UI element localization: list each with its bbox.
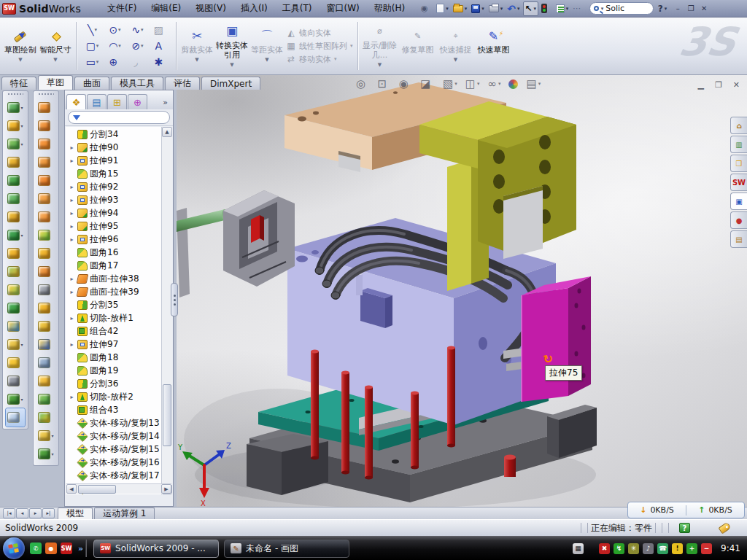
selection-box-icon[interactable]: ▨ ▾ [149,22,171,38]
network-warning-icon[interactable]: ! [672,543,683,554]
minimize-button[interactable]: – [671,3,684,14]
tree-item[interactable]: ▸ 圆角17 [66,259,160,272]
open-icon[interactable]: ▾ [452,1,469,16]
print-icon[interactable]: ▾ [487,1,505,16]
line-icon[interactable]: ╲ ▾ [81,22,104,38]
tab[interactable]: 草图 [38,75,73,90]
menu-item[interactable]: 窗口(W) [319,0,366,18]
net-speed-widget[interactable]: ↓0KB/S ↑0KB/S [627,502,745,518]
sketch-button[interactable]: 草图绘制 ▼ [3,20,38,72]
model-tab[interactable]: 模型 [58,508,93,519]
zoom-fit-icon[interactable]: ◎ ▾ [356,77,370,90]
tree-item[interactable]: ▸ 曲面-拉伸39 [66,285,160,298]
expand-arrow-icon[interactable]: ▸ [69,197,75,203]
tab[interactable]: DimXpert [201,77,260,90]
tree-item[interactable]: ▸ 切除-放样1 [66,311,160,324]
tree-item[interactable]: ▸ 实体-移动/复制15 [66,443,160,456]
convert-entities-button[interactable]: ▣ 转换实体引用 ▼ [214,20,249,72]
expand-arrow-icon[interactable]: ▸ [69,276,75,282]
tree-item[interactable]: ▸ 分割35 [66,298,160,311]
point-icon[interactable]: ✱ ▾ [149,54,171,70]
tool-icon[interactable]: ▾ [34,427,58,445]
tool-icon[interactable]: ▾ [3,262,28,281]
tool-icon[interactable]: ▾ [34,117,58,135]
tree-item[interactable]: ▸ 拉伸93 [66,193,160,206]
tab[interactable]: 特征 [1,77,36,90]
zoom-area-icon[interactable]: ⊡ ▾ [378,77,391,90]
tree-item[interactable]: ▸ 拉伸97 [66,338,160,351]
repair-sketch-button[interactable]: ✎ 修复草图 ▼ [399,20,437,72]
tool-icon[interactable]: ▾ [34,98,58,117]
scroll-up-icon[interactable]: ▲ [162,127,172,137]
certificate-icon[interactable]: ✳ [628,543,639,554]
doc-restore-button[interactable]: ❐ [715,80,722,90]
tool-icon[interactable]: ▾ [34,244,58,262]
tool-icon[interactable]: ▾ [3,299,28,317]
menu-item[interactable]: 编辑(E) [144,0,188,18]
panel-overflow-button[interactable]: » [159,98,171,109]
tree-item[interactable]: ▸ 分割34 [66,128,160,141]
move-entities-button[interactable]: ⇄ 移动实体 ▾ [286,54,353,65]
phone-icon[interactable]: ☎ [657,543,668,554]
tool-icon[interactable]: ▾ [34,299,58,317]
doc-minimize-button[interactable]: ▁ [697,80,703,90]
polygon-icon[interactable]: ⊕ ▾ [104,54,126,70]
hide-show-items-icon[interactable]: ∞ ▾ [487,77,500,90]
search-dropdown-icon[interactable]: ▾ [601,6,604,12]
tree-filter-input[interactable] [68,111,170,124]
circle-icon[interactable]: ⊙ ▾ [104,22,126,38]
expand-arrow-icon[interactable]: ▸ [69,184,75,190]
expand-arrow-icon[interactable]: ▸ [69,210,75,217]
tool-icon[interactable]: ▾ [3,117,28,135]
no-entry-icon[interactable]: − [701,543,712,554]
task-solidworks[interactable]: SW SolidWorks 2009 - ... [93,540,219,558]
pin-icon[interactable]: ◉ ▾ [419,1,433,16]
expand-arrow-icon[interactable]: ▸ [69,289,75,295]
arc-icon[interactable]: ◠ ▾ [104,38,126,54]
menu-item[interactable]: 帮助(H) [367,0,412,18]
scroll-right-icon[interactable]: ▶ [161,484,171,494]
tab[interactable]: 模具工具 [111,77,163,90]
linear-sketch-pattern-button[interactable]: ▦ 线性草图阵列 ▾ [286,41,353,52]
tool-icon[interactable]: ▾ [3,171,28,190]
expand-arrow-icon[interactable]: ▸ [69,341,75,348]
tree-item[interactable]: ▸ 拉伸92 [66,180,160,193]
save-icon[interactable]: ▾ [470,1,486,16]
scrollbar-thumb[interactable] [163,384,171,447]
sketch-text-icon[interactable]: A ▾ [149,38,171,54]
tree-item[interactable]: ▸ 切除-放样2 [66,390,160,403]
trim-entities-button[interactable]: ✂ 剪裁实体 ▼ [179,20,214,72]
panel-splitter-handle[interactable] [171,283,178,316]
restore-button[interactable]: ❐ [684,3,697,14]
messenger-icon[interactable]: ✆ [30,542,42,554]
rapid-sketch-button[interactable]: ✎ 快速草图 ▼ [475,20,513,72]
tree-item[interactable]: ▸ 拉伸95 [66,219,160,233]
tree-item[interactable]: ▸ 实体-移动/复制13 [66,416,160,429]
home-tab[interactable]: ⌂ [730,117,747,134]
custom-properties-tab[interactable]: ▤ [730,230,747,248]
dimxpertmanager-tab[interactable]: ⊕ [128,94,147,109]
more-tools-icon[interactable]: ⋯ ▾ [571,1,587,16]
task-paint[interactable]: ✎ 未命名 - 画图 [224,540,349,558]
tree-item[interactable]: ▸ 实体-移动/复制14 [66,429,160,443]
view-palette-tab[interactable]: ▣ [730,192,747,210]
magnifier-icon[interactable]: ◉ ▾ [399,77,413,90]
red-shield-icon[interactable]: ✖ [599,543,610,554]
solidworks-resources-tab[interactable]: SW [730,174,747,191]
view-orientation-icon[interactable]: ▧ ▾ [443,77,457,90]
tool-icon[interactable]: ▾ [3,190,28,208]
tree-horizontal-scrollbar[interactable]: ◀ ▶ [66,483,171,494]
select-cursor-icon[interactable]: ↖ ▾ [523,1,539,16]
new-document-icon[interactable]: ▾ [435,1,450,16]
green-plus-shield-icon[interactable]: + [686,543,697,554]
tree-item[interactable]: ▸ 圆角19 [66,364,160,377]
tool-icon[interactable]: ▾ [3,153,28,171]
tree-item[interactable]: ▸ 实体-移动/复制16 [66,456,160,469]
scene-icon[interactable]: ▤ ▾ [526,77,541,90]
section-view-icon[interactable]: ◪ ▾ [420,77,435,90]
rectangle-icon[interactable]: ▢ ▾ [81,38,104,54]
tree-item[interactable]: ▸ 拉伸96 [66,233,160,246]
scroll-left-icon[interactable]: ◀ [66,484,77,494]
nozzle-assembly[interactable] [177,190,295,298]
help-button[interactable]: ? [657,4,665,14]
